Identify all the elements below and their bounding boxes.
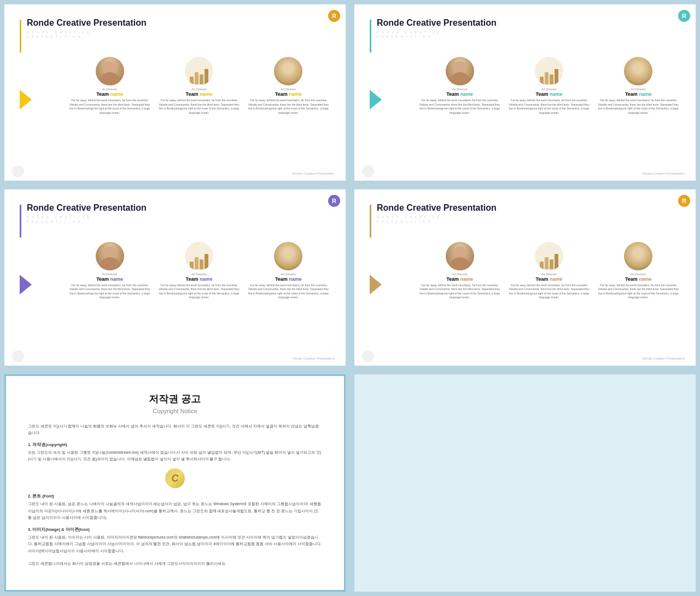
member-role-3-3: Art Director <box>247 273 330 276</box>
accent-bar-2 <box>370 20 371 53</box>
team-member-2-2: Art Director Team name Far far away, beh… <box>507 57 591 115</box>
member-desc-3-3: Far far away, behind the word mountains,… <box>247 283 330 300</box>
member-name-4-3: Team name <box>597 276 680 282</box>
member-desc-1-3: Far far away, behind the word mountains,… <box>247 99 330 115</box>
slide-2-footer: Ronde Creative Presentation <box>643 172 685 175</box>
member-role-4-2: Art Director <box>507 273 591 276</box>
team-member-2-1: Art Director Team name Far far away, beh… <box>418 57 501 115</box>
badge-letter-3: R <box>332 198 336 204</box>
slide-2-badge: R <box>678 10 690 22</box>
team-member-4-2: Art Director Team name Far far away, beh… <box>507 242 591 300</box>
member-name-1-3: Team name <box>247 91 330 97</box>
empty-area <box>354 374 696 592</box>
member-avatar-4-1 <box>446 242 474 270</box>
member-desc-2-2: Far far away, behind the word mountains,… <box>507 99 591 115</box>
member-desc-1-2: Far far away, behind the word mountains,… <box>157 99 241 115</box>
team-member-1-2: Art Director Team name Far far away, beh… <box>157 57 241 115</box>
team-member-3-3: Art Director Team name Far far away, beh… <box>247 242 330 300</box>
member-desc-3-2: Far far away, behind the word mountains,… <box>157 283 241 300</box>
slide-1-title: Ronde Creative Presentation <box>27 18 147 28</box>
slide-4-subtitle: R O N D E C R E A T I V EP R E S E N T A… <box>377 215 497 224</box>
slide-3-subtitle: R O N D E C R E A T I V EP R E S E N T A… <box>27 215 147 224</box>
slide-3-footer: Ronde Creative Presentation <box>293 357 335 360</box>
slide-1-header: Ronde Creative Presentation R O N D E C … <box>20 18 330 53</box>
slide-3: R Ronde Creative Presentation R O N D E … <box>4 189 346 366</box>
bottom-row: 저작권 공고 Copyright Notice 그런도 세콘듯 이)(사기 함께… <box>0 370 700 596</box>
member-role-1-3: Art Director <box>247 88 330 91</box>
copyright-section-2-title: 2. 폰트 (Font) <box>28 494 322 499</box>
slide-2-subtitle: R O N D E C R E A T I V EP R E S E N T A… <box>377 30 497 39</box>
team-members-1: Art Director Team name Far far away, beh… <box>68 57 330 115</box>
slide-4-title: Ronde Creative Presentation <box>377 202 497 213</box>
copyright-section-3-body: 그런도 내이 된 사용된, 이미지는 사이 사용된, 이미지아이이콘은 flat… <box>28 534 322 555</box>
slide-2-left <box>370 57 413 115</box>
team-member-1-3: Art Director Team name Far far away, beh… <box>247 57 330 115</box>
member-desc-2-3: Far far away, behind the word mountains,… <box>597 99 680 115</box>
copyright-section-2: 2. 폰트 (Font) 그런도 내이 된 사용된, 넘은 폰느는 나에이이 나… <box>28 494 322 522</box>
copyright-section-1-body: 모든 그런도의 쓰의 및 사용된 그웬듯 이)(나눔(contentstream… <box>28 449 322 463</box>
badge-letter: R <box>332 13 336 19</box>
slide-2: R Ronde Creative Presentation R O N D E … <box>354 4 696 181</box>
copyright-section-3: 3. 이미지(Image) & 아이콘(Icon) 그런도 내이 된 사용된, … <box>28 527 322 555</box>
member-avatar-4-2 <box>535 242 563 270</box>
copyright-section-1: 1. 저작권(copyright) 모든 그런도의 쓰의 및 사용된 그웬듯 이… <box>28 442 322 463</box>
member-desc-2-1: Far far away, behind the word mountains,… <box>418 99 501 115</box>
member-avatar-2-2 <box>535 57 563 85</box>
triangle-icon-2 <box>370 90 382 109</box>
slide-1-badge: R <box>328 10 340 22</box>
slide-1: R Ronde Creative Presentation R O N D E … <box>4 4 346 181</box>
member-role-3-2: Art Director <box>157 273 241 276</box>
copyright-section-1-title: 1. 저작권(copyright) <box>28 442 322 448</box>
member-role-2-2: Art Director <box>507 88 591 91</box>
copyright-panel: 저작권 공고 Copyright Notice 그런도 세콘듯 이)(사기 함께… <box>4 374 346 592</box>
team-member-3-2: Art Director Team name Far far away, beh… <box>157 242 241 300</box>
member-avatar-3-1 <box>96 242 124 270</box>
member-role-4-3: Art Director <box>597 273 680 276</box>
member-avatar-4-3 <box>624 242 652 270</box>
member-role-4-1: Art Director <box>418 273 501 276</box>
copyright-title-en: Copyright Notice <box>28 408 322 414</box>
slide-3-page-icon <box>12 350 24 362</box>
triangle-icon-4 <box>370 275 382 294</box>
copyright-intro: 그런도 세콘듯 이)(사기 함께이 나눔의 화들의 쏘화뉴 사에서 넘어 추서이… <box>28 423 322 437</box>
member-role-2-1: Art Director <box>418 88 501 91</box>
slide-1-subtitle: R O N D E C R E A T I V EP R E S E N T A… <box>27 30 147 39</box>
triangle-icon-3 <box>20 275 32 294</box>
member-desc-3-1: Far far away, behind the word mountains,… <box>68 283 151 300</box>
slide-4-footer: Ronde Creative Presentation <box>643 357 685 360</box>
slide-1-content: Art Director Team name Far far away, beh… <box>20 57 330 115</box>
accent-bar-4 <box>370 205 371 238</box>
member-avatar-3-2 <box>185 242 213 270</box>
c-icon: C <box>165 468 185 488</box>
member-name-2-1: Team name <box>418 91 501 97</box>
member-desc-1-1: Far far away, behind the word mountains,… <box>68 99 151 115</box>
slide-4-left <box>370 242 413 300</box>
member-name-3-3: Team name <box>247 276 330 282</box>
member-role-1-2: Art Director <box>157 88 241 91</box>
member-role-1-1: Art Director <box>68 88 151 91</box>
team-member-2-3: Art Director Team name Far far away, beh… <box>597 57 680 115</box>
team-member-1-1: Art Director Team name Far far away, beh… <box>68 57 151 115</box>
member-desc-4-2: Far far away, behind the word mountains,… <box>507 283 591 300</box>
slide-2-content: Art Director Team name Far far away, beh… <box>370 57 680 115</box>
team-members-4: Art Director Team name Far far away, beh… <box>418 242 680 300</box>
member-avatar-2-3 <box>624 57 652 85</box>
badge-letter-2: R <box>682 13 686 19</box>
team-members-3: Art Director Team name Far far away, beh… <box>68 242 330 300</box>
member-name-4-1: Team name <box>418 276 501 282</box>
slide-4: R Ronde Creative Presentation R O N D E … <box>354 189 696 366</box>
member-desc-4-1: Far far away, behind the word mountains,… <box>418 283 501 300</box>
member-avatar-2-1 <box>446 57 474 85</box>
accent-bar-1 <box>20 20 21 53</box>
slide-1-left <box>20 57 63 115</box>
member-role-3-1: Art Director <box>68 273 151 276</box>
slide-3-header: Ronde Creative Presentation R O N D E C … <box>20 202 330 238</box>
slide-4-page-icon <box>362 350 374 362</box>
copyright-footer: 그런도 셰콘됩니이에서는 화사이 심방경을 서로는 셰콘됩에서 나이나에서 사에… <box>28 560 322 568</box>
member-avatar-3-3 <box>274 242 302 270</box>
team-members-2: Art Director Team name Far far away, beh… <box>418 57 680 115</box>
slide-2-page-icon <box>362 165 374 177</box>
copyright-c-logo: C <box>28 468 322 488</box>
member-avatar-1-2 <box>185 57 213 85</box>
copyright-section-2-body: 그런도 내이 된 사용된, 넘은 폰느는 나에이이 나눔결의의 세작사넘이이이 … <box>28 501 322 522</box>
